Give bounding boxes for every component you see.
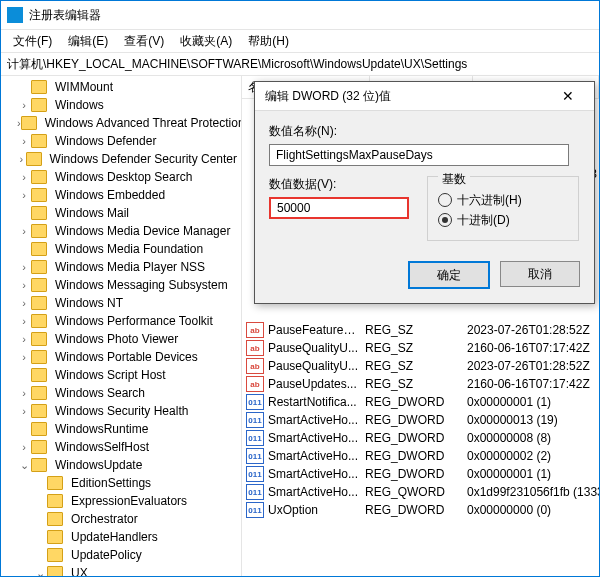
tree-item[interactable]: ›Windows Portable Devices <box>1 348 241 366</box>
tree-twisty-icon[interactable]: › <box>17 351 31 363</box>
tree-item-label: WindowsSelfHost <box>55 440 149 454</box>
tree-item[interactable]: UpdateHandlers <box>1 528 241 546</box>
tree-item[interactable]: ›Windows Advanced Threat Protection <box>1 114 241 132</box>
menu-file[interactable]: 文件(F) <box>7 31 58 52</box>
close-icon[interactable]: ✕ <box>552 88 584 104</box>
cell-name: UxOption <box>268 503 359 517</box>
cell-type: REG_SZ <box>359 341 461 355</box>
tree-item[interactable]: Windows Script Host <box>1 366 241 384</box>
tree-item[interactable]: ›Windows Defender <box>1 132 241 150</box>
tree-item[interactable]: ›Windows Defender Security Center <box>1 150 241 168</box>
value-icon: 011 <box>246 394 264 410</box>
menu-favorites[interactable]: 收藏夹(A) <box>174 31 238 52</box>
radio-hex-row[interactable]: 十六进制(H) <box>438 190 568 210</box>
menu-help[interactable]: 帮助(H) <box>242 31 295 52</box>
folder-icon <box>31 242 47 256</box>
folder-icon <box>47 512 63 526</box>
tree-twisty-icon[interactable]: › <box>17 333 31 345</box>
base-label: 基数 <box>438 171 470 188</box>
table-row[interactable]: abPauseQualityU...REG_SZ2160-06-16T07:17… <box>242 339 599 357</box>
tree-item[interactable]: Orchestrator <box>1 510 241 528</box>
table-row[interactable]: 011SmartActiveHo...REG_DWORD0x00000013 (… <box>242 411 599 429</box>
cancel-button[interactable]: 取消 <box>500 261 580 287</box>
tree-item[interactable]: ›Windows Security Health <box>1 402 241 420</box>
cell-data: 0x00000013 (19) <box>461 413 599 427</box>
tree-item[interactable]: ExpressionEvaluators <box>1 492 241 510</box>
tree-twisty-icon[interactable]: › <box>17 171 31 183</box>
tree-twisty-icon[interactable]: › <box>17 225 31 237</box>
tree-twisty-icon[interactable]: › <box>17 297 31 309</box>
cell-type: REG_DWORD <box>359 413 461 427</box>
table-row[interactable]: 011SmartActiveHo...REG_DWORD0x00000001 (… <box>242 465 599 483</box>
table-row[interactable]: 011SmartActiveHo...REG_DWORD0x00000008 (… <box>242 429 599 447</box>
menu-edit[interactable]: 编辑(E) <box>62 31 114 52</box>
radio-hex[interactable] <box>438 193 452 207</box>
tree-item[interactable]: ›Windows Messaging Subsystem <box>1 276 241 294</box>
tree-item[interactable]: ›Windows Photo Viewer <box>1 330 241 348</box>
table-row[interactable]: 011RestartNotifica...REG_DWORD0x00000001… <box>242 393 599 411</box>
tree-item-label: Windows Photo Viewer <box>55 332 178 346</box>
cell-data: 0x00000008 (8) <box>461 431 599 445</box>
folder-icon <box>47 530 63 544</box>
value-data-label: 数值数据(V): <box>269 176 409 193</box>
tree-item[interactable]: Windows Media Foundation <box>1 240 241 258</box>
radio-dec[interactable] <box>438 213 452 227</box>
tree-item[interactable]: ›Windows Performance Toolkit <box>1 312 241 330</box>
table-row[interactable]: abPauseQualityU...REG_SZ2023-07-26T01:28… <box>242 357 599 375</box>
tree-item[interactable]: UpdatePolicy <box>1 546 241 564</box>
tree-item[interactable]: ⌄UX <box>1 564 241 576</box>
tree-item-label: EditionSettings <box>71 476 151 490</box>
tree-item[interactable]: ›Windows Embedded <box>1 186 241 204</box>
folder-icon <box>31 224 47 238</box>
table-row[interactable]: 011UxOptionREG_DWORD0x00000000 (0) <box>242 501 599 519</box>
cell-name: RestartNotifica... <box>268 395 359 409</box>
tree-item[interactable]: EditionSettings <box>1 474 241 492</box>
menu-view[interactable]: 查看(V) <box>118 31 170 52</box>
tree-item[interactable]: ›Windows NT <box>1 294 241 312</box>
tree-twisty-icon[interactable]: › <box>17 135 31 147</box>
tree-pane[interactable]: WIMMount›Windows›Windows Advanced Threat… <box>1 76 242 576</box>
tree-twisty-icon[interactable]: › <box>17 405 31 417</box>
tree-twisty-icon[interactable]: ⌄ <box>33 567 47 577</box>
tree-item[interactable]: WindowsRuntime <box>1 420 241 438</box>
tree-item-label: Windows Messaging Subsystem <box>55 278 228 292</box>
folder-icon <box>26 152 42 166</box>
tree-item-label: Windows Defender Security Center <box>50 152 237 166</box>
tree-item[interactable]: ›Windows <box>1 96 241 114</box>
tree-twisty-icon[interactable]: › <box>17 279 31 291</box>
tree-item[interactable]: ›Windows Desktop Search <box>1 168 241 186</box>
tree-twisty-icon[interactable]: › <box>17 315 31 327</box>
tree-item[interactable]: ›Windows Search <box>1 384 241 402</box>
folder-icon <box>31 80 47 94</box>
tree-item[interactable]: ›WindowsSelfHost <box>1 438 241 456</box>
tree-item[interactable]: ›Windows Media Player NSS <box>1 258 241 276</box>
value-data-input[interactable] <box>269 197 409 219</box>
value-name-input[interactable] <box>269 144 569 166</box>
cell-name: PauseFeatureU... <box>268 323 359 337</box>
table-row[interactable]: 011SmartActiveHo...REG_DWORD0x00000002 (… <box>242 447 599 465</box>
tree-twisty-icon[interactable]: › <box>17 261 31 273</box>
cell-name: SmartActiveHo... <box>268 449 359 463</box>
tree-item[interactable]: Windows Mail <box>1 204 241 222</box>
tree-twisty-icon[interactable]: › <box>17 441 31 453</box>
radio-dec-row[interactable]: 十进制(D) <box>438 210 568 230</box>
edit-dword-dialog: 编辑 DWORD (32 位)值 ✕ 数值名称(N): 数值数据(V): 基数 <box>254 81 595 304</box>
tree-item[interactable]: WIMMount <box>1 78 241 96</box>
tree-twisty-icon[interactable]: › <box>17 189 31 201</box>
tree-twisty-icon[interactable]: › <box>17 153 26 165</box>
menubar: 文件(F) 编辑(E) 查看(V) 收藏夹(A) 帮助(H) <box>1 30 599 53</box>
table-row[interactable]: 011SmartActiveHo...REG_QWORD0x1d99f23105… <box>242 483 599 501</box>
value-icon: 011 <box>246 412 264 428</box>
table-row[interactable]: abPauseFeatureU...REG_SZ2023-07-26T01:28… <box>242 321 599 339</box>
titlebar: 注册表编辑器 <box>1 1 599 30</box>
tree-item[interactable]: ›Windows Media Device Manager <box>1 222 241 240</box>
address-bar[interactable]: 计算机\HKEY_LOCAL_MACHINE\SOFTWARE\Microsof… <box>1 53 599 76</box>
tree-twisty-icon[interactable]: › <box>17 99 31 111</box>
folder-icon <box>31 188 47 202</box>
dialog-titlebar: 编辑 DWORD (32 位)值 ✕ <box>255 82 594 111</box>
tree-twisty-icon[interactable]: ⌄ <box>17 459 31 472</box>
table-row[interactable]: abPauseUpdates...REG_SZ2160-06-16T07:17:… <box>242 375 599 393</box>
tree-item[interactable]: ⌄WindowsUpdate <box>1 456 241 474</box>
ok-button[interactable]: 确定 <box>408 261 490 289</box>
tree-twisty-icon[interactable]: › <box>17 387 31 399</box>
